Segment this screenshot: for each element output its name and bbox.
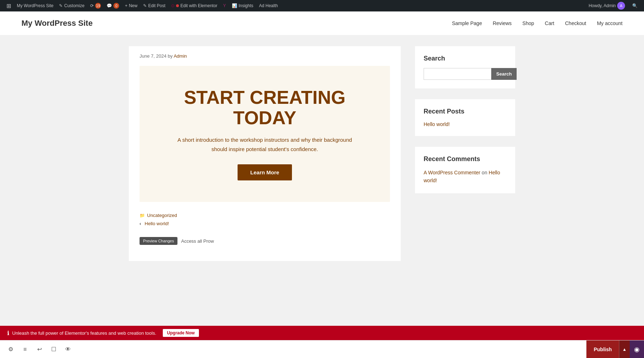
publish-button[interactable]: Publish	[586, 340, 619, 358]
insights-label: Insights	[239, 3, 253, 8]
hero-title-line2: TODAY	[233, 107, 296, 128]
edit-elementor-label: Edit with Elementor	[180, 3, 217, 8]
nav-checkout[interactable]: Checkout	[565, 20, 586, 26]
search-widget-title: Search	[424, 55, 507, 62]
responsive-tool-button[interactable]: ☐	[47, 340, 61, 358]
history-tool-button[interactable]: ↩	[32, 340, 47, 358]
folder-icon: 📁	[140, 213, 145, 218]
new-label: New	[129, 3, 137, 8]
search-box: Search	[424, 68, 507, 80]
admin-bar-customize[interactable]: ✎ Customize	[56, 0, 87, 11]
category-link[interactable]: Uncategorized	[147, 213, 177, 218]
wordpress-icon: ⊞	[6, 3, 11, 9]
site-title[interactable]: My WordPress Site	[21, 19, 93, 28]
post-author-link[interactable]: Admin	[174, 53, 187, 59]
comment-text: A WordPress Commenter on Hello world!	[424, 169, 507, 185]
notification-bar: ℹ Unleash the full power of Elementor's …	[0, 326, 644, 340]
bottom-access-row: Preview Changes Access all Pr ow	[129, 233, 401, 248]
main-content: June 7, 2024 by Admin START CREATING TOD…	[107, 35, 537, 272]
elementor-icon: ⊙	[171, 3, 175, 8]
admin-bar-site-name[interactable]: My WordPress Site	[14, 0, 56, 11]
more-text: ow	[208, 238, 214, 244]
comments-icon: 💬	[107, 3, 112, 8]
site-navigation: Sample Page Reviews Shop Cart Checkout M…	[452, 20, 623, 26]
post-by-text: by	[168, 53, 174, 59]
post-date: June 7, 2024	[140, 53, 168, 59]
site-header: My WordPress Site Sample Page Reviews Sh…	[0, 11, 644, 35]
publish-area: Publish ▲	[586, 340, 630, 358]
comments-count: 0	[113, 3, 119, 9]
site-name-label: My WordPress Site	[17, 3, 53, 8]
recent-posts-widget: Recent Posts Hello world!	[415, 99, 515, 136]
admin-bar-ad-health[interactable]: Ad Health	[256, 0, 281, 11]
hero-title-line1: START CREATING	[184, 87, 346, 108]
preview-changes-badge[interactable]: Preview Changes	[140, 237, 177, 245]
notification-message: Unleash the full power of Elementor's fe…	[12, 330, 156, 336]
customize-label: Customize	[64, 3, 84, 8]
nav-shop[interactable]: Shop	[522, 20, 534, 26]
updates-icon: ⟳	[90, 3, 94, 8]
admin-bar-right: Howdy, Admin A 🔍	[586, 2, 640, 10]
admin-bar: ⊞ My WordPress Site ✎ Customize ⟳ 19 💬 0…	[0, 0, 644, 11]
plus-icon: +	[125, 3, 127, 8]
elementor-tools: ⚙ ≡ ↩ ☐ 👁	[0, 340, 79, 358]
recent-comments-title: Recent Comments	[424, 155, 507, 163]
preview-tool-button[interactable]: 👁	[61, 340, 75, 358]
prev-post-link[interactable]: Hello world!	[145, 221, 169, 226]
layers-tool-button[interactable]: ≡	[18, 340, 32, 358]
on-text: on	[482, 170, 487, 175]
post-navigation: ‹ Hello world!	[140, 221, 390, 226]
hero-title: START CREATING TODAY	[154, 87, 376, 128]
admin-bar-wp-logo[interactable]: ⊞	[4, 0, 14, 11]
site-content-wrapper: June 7, 2024 by Admin START CREATING TOD…	[0, 35, 644, 279]
admin-bar-comments[interactable]: 💬 0	[104, 0, 122, 11]
upgrade-now-button[interactable]: Upgrade Now	[163, 329, 199, 337]
primary-content: June 7, 2024 by Admin START CREATING TOD…	[129, 46, 401, 261]
edit-icon: ✎	[143, 3, 147, 8]
admin-bar-howdy[interactable]: Howdy, Admin A	[586, 2, 628, 10]
admin-bar-elementor[interactable]: ⊙ Edit with Elementor	[168, 0, 220, 11]
customize-icon: ✎	[59, 3, 63, 8]
post-meta: June 7, 2024 by Admin	[129, 46, 401, 62]
admin-bar-yoast[interactable]: Y	[220, 0, 229, 11]
elementor-brand-icon: ◉	[634, 345, 640, 353]
post-footer: 📁 Uncategorized ‹ Hello world!	[129, 205, 401, 233]
admin-bar-new[interactable]: + New	[122, 0, 140, 11]
admin-bar-insights[interactable]: 📊 Insights	[229, 0, 256, 11]
ad-health-label: Ad Health	[259, 3, 278, 8]
search-input[interactable]	[424, 68, 491, 80]
elementor-dot	[176, 4, 179, 7]
nav-cart[interactable]: Cart	[545, 20, 554, 26]
recent-comments-widget: Recent Comments A WordPress Commenter on…	[415, 147, 515, 193]
settings-tool-button[interactable]: ⚙	[4, 340, 18, 358]
sidebar: Search Search Recent Posts Hello world! …	[415, 46, 515, 261]
commenter-link[interactable]: A WordPress Commenter	[424, 170, 480, 175]
updates-count: 19	[95, 3, 101, 9]
publish-chevron-button[interactable]: ▲	[619, 340, 630, 358]
recent-posts-title: Recent Posts	[424, 108, 507, 115]
howdy-label: Howdy, Admin	[589, 3, 616, 8]
post-categories: 📁 Uncategorized	[140, 213, 390, 218]
search-button[interactable]: Search	[491, 68, 517, 80]
admin-bar-updates[interactable]: ⟳ 19	[87, 0, 104, 11]
hero-description: A short introduction to the workshop ins…	[175, 135, 354, 154]
nav-my-account[interactable]: My account	[597, 20, 623, 26]
learn-more-button[interactable]: Learn More	[238, 164, 292, 180]
bar-chart-icon: 📊	[232, 3, 237, 8]
edit-post-label: Edit Post	[148, 3, 165, 8]
hero-block: START CREATING TODAY A short introductio…	[140, 66, 390, 202]
nav-reviews[interactable]: Reviews	[493, 20, 512, 26]
elementor-bar: ⚙ ≡ ↩ ☐ 👁 Publish ▲ ◉	[0, 340, 644, 358]
yoast-icon: Y	[223, 3, 226, 8]
access-text: Access all Pr	[181, 238, 208, 244]
search-icon: 🔍	[632, 3, 638, 8]
prev-arrow: ‹	[140, 221, 141, 226]
recent-post-link[interactable]: Hello world!	[424, 121, 450, 127]
user-avatar: A	[617, 2, 625, 10]
elementor-logo-button[interactable]: ◉	[630, 340, 644, 358]
info-icon: ℹ	[7, 330, 9, 337]
search-widget: Search Search	[415, 46, 515, 88]
nav-sample-page[interactable]: Sample Page	[452, 20, 482, 26]
admin-bar-edit-post[interactable]: ✎ Edit Post	[140, 0, 168, 11]
admin-bar-search[interactable]: 🔍	[629, 3, 640, 8]
